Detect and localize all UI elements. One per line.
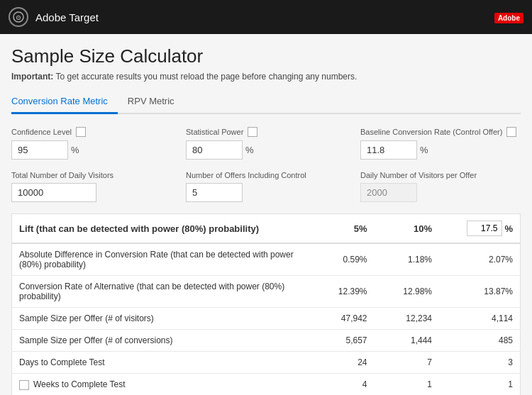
header-left: ⊙ Adobe Target	[9, 7, 99, 27]
daily-visitors-per-offer-group: Daily Number of Visitors per Offer	[360, 171, 521, 202]
confidence-level-input-group: %	[11, 140, 172, 160]
result-col2: 12,234	[375, 308, 440, 330]
confidence-level-group: Confidence Level %	[11, 127, 172, 160]
total-visitors-input[interactable]	[11, 183, 96, 202]
result-col3: 1	[439, 374, 520, 396]
num-offers-group: Number of Offers Including Control	[186, 171, 346, 202]
baseline-conversion-unit: %	[420, 145, 428, 155]
weeks-row-checkbox[interactable]	[19, 380, 29, 390]
tab-conversion-rate[interactable]: Conversion Rate Metric	[11, 91, 118, 114]
table-row: Sample Size per Offer (# of conversions)…	[12, 330, 521, 352]
total-visitors-group: Total Number of Daily Visitors	[11, 171, 172, 202]
result-col3: 3	[439, 352, 520, 374]
statistical-power-input[interactable]	[186, 140, 243, 160]
result-col1: 12.39%	[309, 276, 375, 308]
result-col2: 1,444	[375, 330, 440, 352]
confidence-level-input[interactable]	[11, 140, 68, 160]
result-col3: 4,114	[439, 308, 520, 330]
results-col3-header: %	[439, 214, 520, 244]
num-offers-input-group	[186, 183, 346, 202]
svg-text:⊙: ⊙	[16, 14, 21, 21]
table-row: Sample Size per Offer (# of visitors)47,…	[12, 308, 521, 330]
result-col1: 0.59%	[309, 243, 375, 276]
total-visitors-label: Total Number of Daily Visitors	[11, 171, 172, 179]
table-row: Conversion Rate of Alternative (that can…	[12, 276, 521, 308]
results-table: Lift (that can be detected with power (8…	[11, 213, 521, 395]
results-col2-header: 10%	[375, 214, 440, 244]
tab-rpv[interactable]: RPV Metric	[118, 91, 184, 114]
form-row-2: Total Number of Daily Visitors Number of…	[11, 171, 521, 202]
result-row-label: Absolute Difference in Conversion Rate (…	[12, 243, 310, 276]
daily-visitors-per-offer-label: Daily Number of Visitors per Offer	[360, 171, 521, 179]
baseline-conversion-input-group: %	[360, 140, 521, 160]
app-logo: ⊙	[9, 7, 28, 27]
results-header-row: Lift (that can be detected with power (8…	[12, 214, 521, 244]
num-offers-input[interactable]	[186, 183, 243, 202]
results-lift-label: Lift (that can be detected with power (8…	[12, 214, 310, 244]
result-col1: 24	[309, 352, 375, 374]
result-col2: 1	[375, 374, 440, 396]
app-header: ⊙ Adobe Target Adobe	[0, 0, 532, 34]
page-title: Sample Size Calculator	[11, 45, 521, 67]
confidence-level-label: Confidence Level	[11, 127, 172, 137]
num-offers-label: Number of Offers Including Control	[186, 171, 346, 179]
result-col3: 13.87%	[439, 276, 520, 308]
result-col2: 1.18%	[375, 243, 440, 276]
statistical-power-group: Statistical Power %	[186, 127, 346, 160]
form-row-1: Confidence Level % Statistical Power % B…	[11, 127, 521, 160]
table-row: Weeks to Complete Test411	[12, 374, 521, 396]
main-content: Sample Size Calculator Important: To get…	[0, 34, 532, 395]
confidence-level-checkbox[interactable]	[76, 127, 86, 137]
baseline-conversion-label: Baseline Conversion Rate (Control Offer)	[360, 127, 521, 137]
table-row: Days to Complete Test2473	[12, 352, 521, 374]
statistical-power-unit: %	[245, 145, 254, 155]
important-label: Important:	[11, 72, 53, 82]
statistical-power-checkbox[interactable]	[248, 127, 257, 137]
baseline-conversion-checkbox[interactable]	[506, 127, 516, 137]
results-col1-header: 5%	[309, 214, 375, 244]
important-note: Important: To get accurate results you m…	[11, 72, 521, 82]
baseline-conversion-input[interactable]	[360, 140, 417, 160]
result-col3: 2.07%	[439, 243, 520, 276]
result-row-label: Sample Size per Offer (# of visitors)	[12, 308, 310, 330]
daily-visitors-per-offer-input	[360, 183, 417, 202]
lift-col3-input[interactable]	[467, 221, 502, 236]
result-row-label: Weeks to Complete Test	[12, 374, 310, 396]
result-row-label: Sample Size per Offer (# of conversions)	[12, 330, 310, 352]
result-col3: 485	[439, 330, 520, 352]
result-row-label: Days to Complete Test	[12, 352, 310, 374]
result-col2: 12.98%	[375, 276, 440, 308]
lift-input-cell: %	[446, 221, 513, 236]
metric-tabs: Conversion Rate Metric RPV Metric	[11, 91, 521, 114]
app-name: Adobe Target	[35, 11, 99, 23]
result-col1: 4	[309, 374, 375, 396]
result-col1: 5,657	[309, 330, 375, 352]
result-col1: 47,942	[309, 308, 375, 330]
adobe-badge: Adobe	[494, 12, 523, 23]
confidence-level-unit: %	[71, 145, 79, 155]
lift-col3-unit: %	[504, 223, 513, 234]
result-col2: 7	[375, 352, 440, 374]
table-row: Absolute Difference in Conversion Rate (…	[12, 243, 521, 276]
statistical-power-input-group: %	[186, 140, 346, 160]
daily-visitors-per-offer-input-group	[360, 183, 521, 202]
result-row-label: Conversion Rate of Alternative (that can…	[12, 276, 310, 308]
total-visitors-input-group	[11, 183, 172, 202]
statistical-power-label: Statistical Power	[186, 127, 346, 137]
baseline-conversion-group: Baseline Conversion Rate (Control Offer)…	[360, 127, 521, 160]
